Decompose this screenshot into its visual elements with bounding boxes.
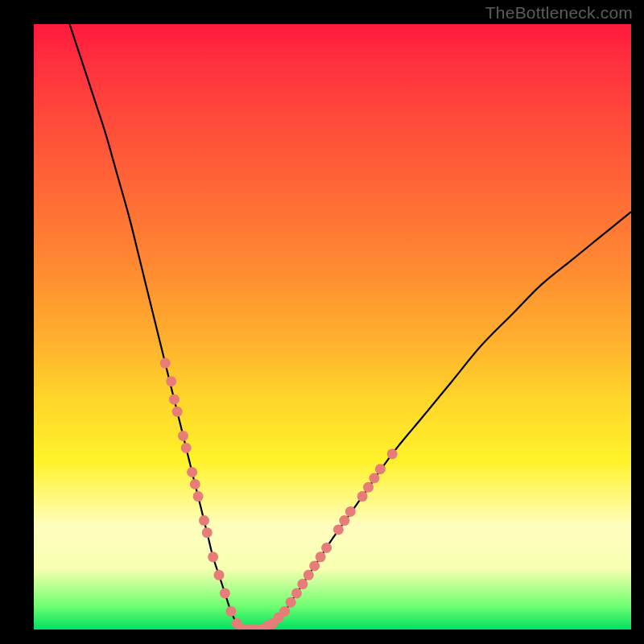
curve-layer (70, 24, 632, 630)
marker-dot (225, 606, 236, 617)
marker-dot (333, 524, 344, 535)
marker-dot (166, 376, 176, 386)
chart-svg (34, 24, 631, 630)
marker-dot (321, 543, 332, 553)
marker-dot (286, 597, 296, 608)
marker-dot (291, 588, 302, 598)
bottleneck-curve (70, 24, 632, 630)
watermark-text: TheBottleneck.com (485, 3, 633, 23)
marker-dot (339, 515, 349, 526)
marker-dot (303, 570, 314, 580)
marker-dot (220, 588, 230, 598)
marker-dot (279, 606, 290, 617)
marker-dot (199, 515, 209, 526)
marker-dot (357, 491, 368, 502)
marker-dot (181, 443, 192, 453)
marker-dot (169, 394, 180, 405)
marker-dot (316, 551, 326, 562)
marker-dot (375, 464, 386, 474)
marker-dot (172, 407, 183, 417)
marker-dot (297, 579, 308, 589)
marker-dot (387, 448, 398, 459)
marker-dot (187, 467, 197, 477)
marker-dot (345, 506, 356, 517)
marker-dot (208, 551, 218, 562)
marker-dot (202, 527, 213, 538)
plot-area (34, 24, 631, 630)
marker-dot (190, 479, 200, 489)
marker-dot (309, 561, 320, 572)
marker-dot (160, 358, 171, 369)
marker-layer (160, 358, 398, 630)
marker-dot (369, 473, 379, 484)
marker-dot (193, 491, 204, 502)
marker-dot (363, 482, 374, 493)
marker-dot (214, 570, 225, 580)
marker-dot (178, 431, 188, 441)
outer-frame: TheBottleneck.com (0, 0, 644, 644)
